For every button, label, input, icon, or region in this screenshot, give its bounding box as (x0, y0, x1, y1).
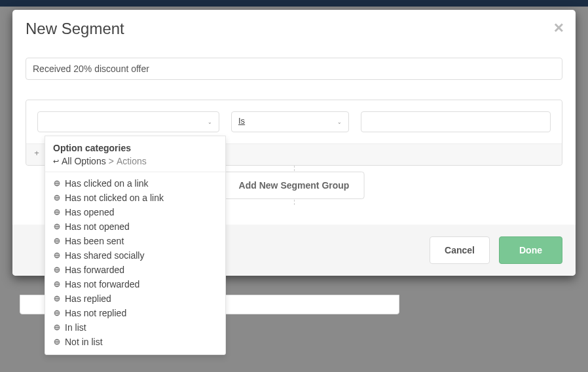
done-button[interactable]: Done (499, 236, 562, 264)
globe-icon (53, 266, 61, 274)
dropdown-option-label: Has opened (65, 207, 115, 217)
dropdown-header: Option categories ↩ All Options > Action… (45, 136, 225, 172)
dropdown-option[interactable]: Has opened (45, 205, 225, 219)
dropdown-option-label: Not in list (65, 337, 103, 347)
dropdown-option[interactable]: Has been sent (45, 234, 225, 248)
segment-name-input[interactable] (26, 58, 562, 80)
globe-icon (53, 309, 61, 317)
dropdown-option[interactable]: Has not replied (45, 306, 225, 320)
dropdown-category-title: Option categories (53, 143, 217, 153)
breadcrumb-separator: > (109, 156, 114, 166)
modal-title: New Segment (26, 20, 562, 38)
rule-field-select[interactable]: ⌄ (37, 111, 219, 132)
dropdown-option-label: Has replied (65, 293, 111, 304)
dropdown-option[interactable]: Not in list (45, 335, 225, 349)
rule-value-input[interactable] (361, 111, 551, 132)
breadcrumb-root-link[interactable]: All Options (62, 156, 106, 166)
globe-icon (53, 237, 61, 245)
add-rule-button[interactable]: + (31, 148, 42, 161)
dropdown-option-label: Has not forwarded (65, 279, 139, 289)
rule-field-dropdown: Option categories ↩ All Options > Action… (45, 136, 226, 355)
dropdown-option[interactable]: Has not opened (45, 219, 225, 234)
dropdown-option-list: Has clicked on a linkHas not clicked on … (45, 172, 225, 354)
dropdown-option[interactable]: Has forwarded (45, 263, 225, 277)
dropdown-option[interactable]: Has replied (45, 291, 225, 306)
globe-icon (53, 208, 61, 216)
dropdown-option-label: Has not clicked on a link (65, 193, 164, 203)
chevron-down-icon: ⌄ (337, 119, 342, 125)
dropdown-option-label: Has been sent (65, 236, 124, 246)
globe-icon (53, 223, 61, 231)
add-segment-group-button[interactable]: Add New Segment Group (224, 172, 365, 199)
globe-icon (53, 324, 61, 331)
globe-icon (53, 194, 61, 202)
globe-icon (53, 295, 61, 303)
globe-icon (53, 179, 61, 187)
cancel-button[interactable]: Cancel (430, 236, 490, 264)
globe-icon (53, 338, 61, 346)
globe-icon (53, 251, 61, 259)
close-icon[interactable]: × (554, 19, 564, 36)
dropdown-option[interactable]: Has not clicked on a link (45, 191, 225, 205)
dropdown-option[interactable]: Has clicked on a link (45, 176, 225, 191)
dropdown-option-label: In list (65, 322, 86, 333)
rule-operator-label: Is (238, 116, 245, 126)
dropdown-option-label: Has shared socially (65, 250, 144, 261)
dropdown-option-label: Has not replied (65, 308, 126, 318)
dropdown-breadcrumb: ↩ All Options > Actions (53, 156, 217, 166)
back-arrow-icon[interactable]: ↩ (53, 157, 59, 166)
modal-header: New Segment × (12, 10, 576, 45)
dropdown-option[interactable]: Has shared socially (45, 248, 225, 263)
dropdown-option[interactable]: Has not forwarded (45, 277, 225, 291)
globe-icon (53, 280, 61, 288)
dropdown-option-label: Has clicked on a link (65, 178, 149, 189)
dropdown-option[interactable]: In list (45, 320, 225, 335)
breadcrumb-current: Actions (117, 156, 147, 166)
rule-operator-select[interactable]: Is ⌄ (231, 111, 349, 132)
chevron-down-icon: ⌄ (208, 119, 212, 125)
dropdown-option-label: Has not opened (65, 221, 130, 232)
dropdown-option-label: Has forwarded (65, 265, 124, 275)
